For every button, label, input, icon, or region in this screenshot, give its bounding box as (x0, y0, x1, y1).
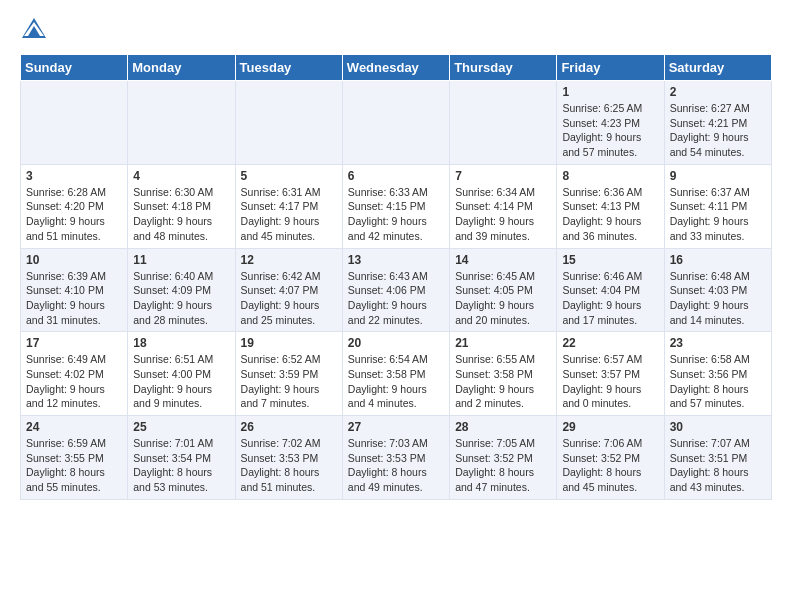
calendar-cell: 2Sunrise: 6:27 AM Sunset: 4:21 PM Daylig… (664, 81, 771, 165)
calendar-row-4: 24Sunrise: 6:59 AM Sunset: 3:55 PM Dayli… (21, 416, 772, 500)
calendar-cell: 7Sunrise: 6:34 AM Sunset: 4:14 PM Daylig… (450, 164, 557, 248)
day-number: 18 (133, 336, 229, 350)
calendar-cell (342, 81, 449, 165)
day-info: Sunrise: 6:42 AM Sunset: 4:07 PM Dayligh… (241, 269, 337, 328)
calendar-cell: 23Sunrise: 6:58 AM Sunset: 3:56 PM Dayli… (664, 332, 771, 416)
header (20, 16, 772, 44)
day-number: 3 (26, 169, 122, 183)
calendar-cell: 11Sunrise: 6:40 AM Sunset: 4:09 PM Dayli… (128, 248, 235, 332)
calendar-cell: 10Sunrise: 6:39 AM Sunset: 4:10 PM Dayli… (21, 248, 128, 332)
day-number: 29 (562, 420, 658, 434)
day-number: 19 (241, 336, 337, 350)
header-day-thursday: Thursday (450, 55, 557, 81)
day-number: 16 (670, 253, 766, 267)
logo (20, 16, 52, 44)
day-number: 30 (670, 420, 766, 434)
calendar-cell (450, 81, 557, 165)
day-number: 14 (455, 253, 551, 267)
day-info: Sunrise: 6:49 AM Sunset: 4:02 PM Dayligh… (26, 352, 122, 411)
day-number: 7 (455, 169, 551, 183)
day-info: Sunrise: 6:25 AM Sunset: 4:23 PM Dayligh… (562, 101, 658, 160)
day-info: Sunrise: 6:45 AM Sunset: 4:05 PM Dayligh… (455, 269, 551, 328)
day-info: Sunrise: 6:51 AM Sunset: 4:00 PM Dayligh… (133, 352, 229, 411)
calendar-cell: 15Sunrise: 6:46 AM Sunset: 4:04 PM Dayli… (557, 248, 664, 332)
day-info: Sunrise: 7:01 AM Sunset: 3:54 PM Dayligh… (133, 436, 229, 495)
day-info: Sunrise: 6:48 AM Sunset: 4:03 PM Dayligh… (670, 269, 766, 328)
calendar-cell: 26Sunrise: 7:02 AM Sunset: 3:53 PM Dayli… (235, 416, 342, 500)
day-info: Sunrise: 6:54 AM Sunset: 3:58 PM Dayligh… (348, 352, 444, 411)
day-info: Sunrise: 6:39 AM Sunset: 4:10 PM Dayligh… (26, 269, 122, 328)
day-number: 4 (133, 169, 229, 183)
day-number: 12 (241, 253, 337, 267)
day-info: Sunrise: 7:06 AM Sunset: 3:52 PM Dayligh… (562, 436, 658, 495)
calendar-cell: 19Sunrise: 6:52 AM Sunset: 3:59 PM Dayli… (235, 332, 342, 416)
day-number: 21 (455, 336, 551, 350)
header-day-saturday: Saturday (664, 55, 771, 81)
day-number: 11 (133, 253, 229, 267)
header-day-monday: Monday (128, 55, 235, 81)
calendar-cell: 12Sunrise: 6:42 AM Sunset: 4:07 PM Dayli… (235, 248, 342, 332)
calendar-table: SundayMondayTuesdayWednesdayThursdayFrid… (20, 54, 772, 500)
calendar-cell (21, 81, 128, 165)
day-number: 20 (348, 336, 444, 350)
day-number: 22 (562, 336, 658, 350)
day-info: Sunrise: 6:28 AM Sunset: 4:20 PM Dayligh… (26, 185, 122, 244)
day-number: 27 (348, 420, 444, 434)
header-day-friday: Friday (557, 55, 664, 81)
day-number: 23 (670, 336, 766, 350)
day-info: Sunrise: 6:27 AM Sunset: 4:21 PM Dayligh… (670, 101, 766, 160)
calendar-row-1: 3Sunrise: 6:28 AM Sunset: 4:20 PM Daylig… (21, 164, 772, 248)
header-day-tuesday: Tuesday (235, 55, 342, 81)
calendar-cell: 5Sunrise: 6:31 AM Sunset: 4:17 PM Daylig… (235, 164, 342, 248)
day-number: 1 (562, 85, 658, 99)
day-number: 5 (241, 169, 337, 183)
calendar-cell: 18Sunrise: 6:51 AM Sunset: 4:00 PM Dayli… (128, 332, 235, 416)
day-info: Sunrise: 6:34 AM Sunset: 4:14 PM Dayligh… (455, 185, 551, 244)
calendar-row-3: 17Sunrise: 6:49 AM Sunset: 4:02 PM Dayli… (21, 332, 772, 416)
day-number: 2 (670, 85, 766, 99)
day-number: 9 (670, 169, 766, 183)
day-info: Sunrise: 7:07 AM Sunset: 3:51 PM Dayligh… (670, 436, 766, 495)
calendar-cell: 21Sunrise: 6:55 AM Sunset: 3:58 PM Dayli… (450, 332, 557, 416)
calendar-cell: 14Sunrise: 6:45 AM Sunset: 4:05 PM Dayli… (450, 248, 557, 332)
day-number: 6 (348, 169, 444, 183)
calendar-cell: 8Sunrise: 6:36 AM Sunset: 4:13 PM Daylig… (557, 164, 664, 248)
day-info: Sunrise: 6:52 AM Sunset: 3:59 PM Dayligh… (241, 352, 337, 411)
calendar-cell (128, 81, 235, 165)
day-number: 25 (133, 420, 229, 434)
day-number: 26 (241, 420, 337, 434)
day-info: Sunrise: 6:55 AM Sunset: 3:58 PM Dayligh… (455, 352, 551, 411)
calendar-cell (235, 81, 342, 165)
calendar-cell: 24Sunrise: 6:59 AM Sunset: 3:55 PM Dayli… (21, 416, 128, 500)
day-info: Sunrise: 6:33 AM Sunset: 4:15 PM Dayligh… (348, 185, 444, 244)
header-row: SundayMondayTuesdayWednesdayThursdayFrid… (21, 55, 772, 81)
calendar-cell: 17Sunrise: 6:49 AM Sunset: 4:02 PM Dayli… (21, 332, 128, 416)
calendar-cell: 1Sunrise: 6:25 AM Sunset: 4:23 PM Daylig… (557, 81, 664, 165)
day-number: 8 (562, 169, 658, 183)
day-info: Sunrise: 6:58 AM Sunset: 3:56 PM Dayligh… (670, 352, 766, 411)
day-info: Sunrise: 7:05 AM Sunset: 3:52 PM Dayligh… (455, 436, 551, 495)
calendar-row-0: 1Sunrise: 6:25 AM Sunset: 4:23 PM Daylig… (21, 81, 772, 165)
day-info: Sunrise: 6:57 AM Sunset: 3:57 PM Dayligh… (562, 352, 658, 411)
day-info: Sunrise: 6:43 AM Sunset: 4:06 PM Dayligh… (348, 269, 444, 328)
calendar-row-2: 10Sunrise: 6:39 AM Sunset: 4:10 PM Dayli… (21, 248, 772, 332)
day-info: Sunrise: 7:03 AM Sunset: 3:53 PM Dayligh… (348, 436, 444, 495)
day-number: 24 (26, 420, 122, 434)
calendar-cell: 6Sunrise: 6:33 AM Sunset: 4:15 PM Daylig… (342, 164, 449, 248)
calendar-cell: 9Sunrise: 6:37 AM Sunset: 4:11 PM Daylig… (664, 164, 771, 248)
day-info: Sunrise: 6:40 AM Sunset: 4:09 PM Dayligh… (133, 269, 229, 328)
calendar-cell: 4Sunrise: 6:30 AM Sunset: 4:18 PM Daylig… (128, 164, 235, 248)
header-day-wednesday: Wednesday (342, 55, 449, 81)
calendar-cell: 29Sunrise: 7:06 AM Sunset: 3:52 PM Dayli… (557, 416, 664, 500)
logo-icon (20, 16, 48, 44)
day-number: 10 (26, 253, 122, 267)
day-info: Sunrise: 6:59 AM Sunset: 3:55 PM Dayligh… (26, 436, 122, 495)
page: SundayMondayTuesdayWednesdayThursdayFrid… (0, 0, 792, 612)
day-number: 28 (455, 420, 551, 434)
day-number: 15 (562, 253, 658, 267)
day-info: Sunrise: 6:46 AM Sunset: 4:04 PM Dayligh… (562, 269, 658, 328)
day-number: 13 (348, 253, 444, 267)
day-info: Sunrise: 6:36 AM Sunset: 4:13 PM Dayligh… (562, 185, 658, 244)
calendar-cell: 3Sunrise: 6:28 AM Sunset: 4:20 PM Daylig… (21, 164, 128, 248)
day-number: 17 (26, 336, 122, 350)
